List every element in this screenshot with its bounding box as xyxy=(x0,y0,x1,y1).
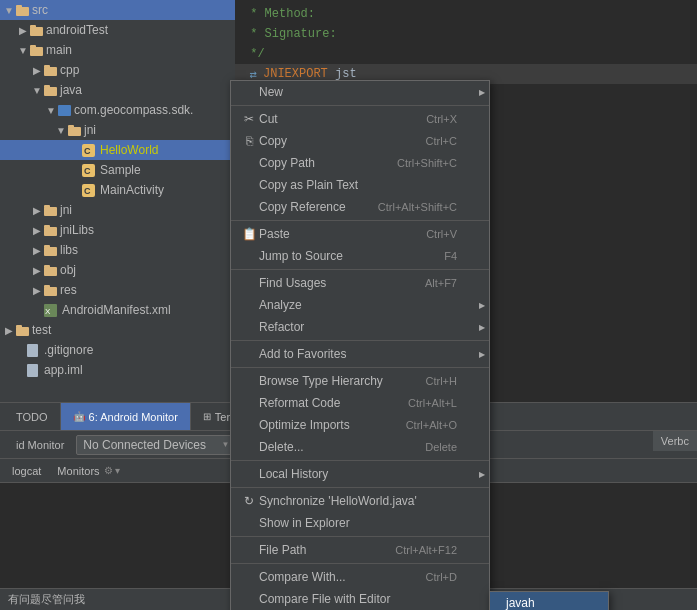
tree-item-appiml[interactable]: app.iml xyxy=(0,360,235,380)
tree-item-helloworld[interactable]: C HelloWorld xyxy=(0,140,235,160)
xml-icon-androidmanifest: X xyxy=(42,302,58,318)
tree-item-androidmanifest[interactable]: X AndroidManifest.xml xyxy=(0,300,235,320)
reformat-shortcut: Ctrl+Alt+L xyxy=(408,397,473,409)
menu-item-cut[interactable]: ✂ Cut Ctrl+X xyxy=(231,108,489,130)
copy-shortcut: Ctrl+C xyxy=(426,135,473,147)
folder-icon-java xyxy=(42,82,58,98)
svg-rect-34 xyxy=(27,364,38,377)
tree-label-src: src xyxy=(32,3,48,17)
menu-label-local-history: Local History xyxy=(259,467,328,481)
menu-item-compare[interactable]: Compare With... Ctrl+D xyxy=(231,566,489,588)
menu-item-paste[interactable]: 📋 Paste Ctrl+V xyxy=(231,223,489,245)
svg-text:C: C xyxy=(84,186,91,196)
folder-icon-jni2 xyxy=(42,202,58,218)
menu-item-find[interactable]: Find Usages Alt+F7 xyxy=(231,272,489,294)
tree-arrow-jni2 xyxy=(32,205,42,215)
menu-item-filepath[interactable]: File Path Ctrl+Alt+F12 xyxy=(231,539,489,561)
tree-item-jni2[interactable]: jni xyxy=(0,200,235,220)
menu-item-favorites[interactable]: Add to Favorites xyxy=(231,343,489,365)
menu-item-optimize[interactable]: Optimize Imports Ctrl+Alt+O xyxy=(231,414,489,436)
tab-monitors[interactable]: Monitors ⚙ ▾ xyxy=(49,459,127,483)
menu-item-compare-editor[interactable]: Compare File with Editor xyxy=(231,588,489,610)
tree-item-res[interactable]: res xyxy=(0,280,235,300)
menu-item-delete[interactable]: Delete... Delete xyxy=(231,436,489,458)
svg-rect-9 xyxy=(44,85,50,88)
app-tab-todo-label: TODO xyxy=(16,411,48,423)
svg-rect-12 xyxy=(68,125,74,128)
tab-logcat[interactable]: logcat xyxy=(4,459,49,483)
tree-label-java: java xyxy=(60,83,82,97)
menu-item-copy[interactable]: ⎘ Copy Ctrl+C xyxy=(231,130,489,152)
tree-arrow-java xyxy=(32,85,42,95)
tree-label-main: main xyxy=(46,43,72,57)
tree-label-cpp: cpp xyxy=(60,63,79,77)
tree-item-jnilibs[interactable]: jniLibs xyxy=(0,220,235,240)
menu-item-jump[interactable]: Jump to Source F4 xyxy=(231,245,489,267)
folder-icon-cpp xyxy=(42,62,58,78)
tree-item-java[interactable]: java xyxy=(0,80,235,100)
menu-separator-6 xyxy=(231,460,489,461)
menu-label-favorites: Add to Favorites xyxy=(259,347,346,361)
menu-item-new[interactable]: New xyxy=(231,81,489,103)
tree-arrow-package xyxy=(46,105,56,115)
code-line-2: * Signature: xyxy=(235,24,697,44)
menu-label-show-explorer: Show in Explorer xyxy=(259,516,350,530)
tree-item-sample[interactable]: C Sample xyxy=(0,160,235,180)
menu-item-analyze[interactable]: Analyze xyxy=(231,294,489,316)
menu-separator-9 xyxy=(231,563,489,564)
menu-item-copy-ref[interactable]: Copy Reference Ctrl+Alt+Shift+C xyxy=(231,196,489,218)
svg-rect-32 xyxy=(16,325,22,328)
menu-item-reformat[interactable]: Reformat Code Ctrl+Alt+L xyxy=(231,392,489,414)
app-tab-android-label: 6: Android Monitor xyxy=(89,411,178,423)
menu-item-copy-plain[interactable]: Copy as Plain Text xyxy=(231,174,489,196)
tree-item-package[interactable]: com.geocompass.sdk. xyxy=(0,100,235,120)
app-tab-android-monitor[interactable]: 🤖 6: Android Monitor xyxy=(61,403,191,431)
folder-icon-libs xyxy=(42,242,58,258)
svg-text:C: C xyxy=(84,166,91,176)
verbose-button[interactable]: Verbc xyxy=(653,431,697,451)
tree-item-gitignore[interactable]: .gitignore xyxy=(0,340,235,360)
tree-arrow-src xyxy=(4,5,14,15)
svg-text:C: C xyxy=(84,146,91,156)
tree-item-test[interactable]: test xyxy=(0,320,235,340)
tree-item-mainactivity[interactable]: C MainActivity xyxy=(0,180,235,200)
tree-item-src[interactable]: src xyxy=(0,0,235,20)
paste-shortcut: Ctrl+V xyxy=(426,228,473,240)
menu-label-filepath: File Path xyxy=(259,543,306,557)
sync-icon: ↻ xyxy=(239,494,259,508)
folder-icon-res xyxy=(42,282,58,298)
app-tab-todo[interactable]: TODO xyxy=(0,403,61,431)
tree-label-jni2: jni xyxy=(60,203,72,217)
tree-item-androidtest[interactable]: androidTest xyxy=(0,20,235,40)
cut-shortcut: Ctrl+X xyxy=(426,113,473,125)
svg-rect-20 xyxy=(44,205,50,208)
menu-label-compare-editor: Compare File with Editor xyxy=(259,592,390,606)
menu-item-show-explorer[interactable]: Show in Explorer xyxy=(231,512,489,534)
menu-label-sync: Synchronize 'HelloWorld.java' xyxy=(259,494,417,508)
menu-item-refactor[interactable]: Refactor xyxy=(231,316,489,338)
tree-item-obj[interactable]: obj xyxy=(0,260,235,280)
optimize-shortcut: Ctrl+Alt+O xyxy=(406,419,473,431)
menu-item-sync[interactable]: ↻ Synchronize 'HelloWorld.java' xyxy=(231,490,489,512)
svg-rect-5 xyxy=(30,45,36,48)
device-dropdown[interactable]: No Connected Devices ▼ xyxy=(76,435,236,455)
svg-rect-2 xyxy=(30,27,43,36)
menu-item-local-history[interactable]: Local History xyxy=(231,463,489,485)
tree-item-main[interactable]: main xyxy=(0,40,235,60)
tree-item-cpp[interactable]: cpp xyxy=(0,60,235,80)
package-icon xyxy=(56,102,72,118)
delete-shortcut: Delete xyxy=(425,441,473,453)
svg-rect-21 xyxy=(44,227,57,236)
external-tools-submenu: javah ndk-build xyxy=(489,591,609,610)
file-icon-appiml xyxy=(24,362,40,378)
tree-item-jni[interactable]: jni xyxy=(0,120,235,140)
terminal-icon: ⊞ xyxy=(203,411,211,422)
menu-label-hierarchy: Browse Type Hierarchy xyxy=(259,374,383,388)
tree-arrow-cpp xyxy=(32,65,42,75)
submenu-item-javah[interactable]: javah xyxy=(490,592,608,610)
tree-label-gitignore: .gitignore xyxy=(44,343,93,357)
menu-label-delete: Delete... xyxy=(259,440,304,454)
menu-item-copy-path[interactable]: Copy Path Ctrl+Shift+C xyxy=(231,152,489,174)
tree-item-libs[interactable]: libs xyxy=(0,240,235,260)
menu-item-hierarchy[interactable]: Browse Type Hierarchy Ctrl+H xyxy=(231,370,489,392)
